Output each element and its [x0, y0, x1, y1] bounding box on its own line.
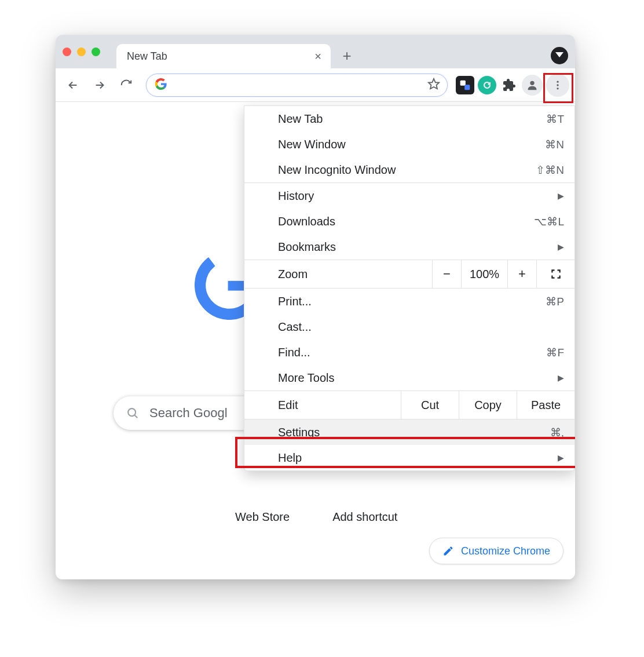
window-controls: [63, 48, 100, 56]
customize-chrome-button[interactable]: Customize Chrome: [429, 538, 564, 564]
svg-point-5: [557, 84, 558, 86]
arrow-left-icon: [67, 79, 79, 92]
window-close-button[interactable]: [63, 48, 71, 56]
menu-bookmarks[interactable]: Bookmarks ▶: [244, 234, 575, 260]
menu-print[interactable]: Print... ⌘P: [244, 289, 575, 314]
menu-item-label: Bookmarks: [278, 240, 336, 254]
menu-cast[interactable]: Cast...: [244, 314, 575, 340]
menu-shortcut: ⇧⌘N: [536, 163, 564, 177]
menu-new-window[interactable]: New Window ⌘N: [244, 132, 575, 157]
menu-item-label: New Window: [278, 138, 346, 151]
menu-item-label: Print...: [278, 295, 312, 308]
menu-incognito[interactable]: New Incognito Window ⇧⌘N: [244, 157, 575, 183]
svg-marker-0: [429, 78, 439, 88]
extensions-button[interactable]: [500, 76, 518, 94]
reload-icon: [120, 79, 133, 92]
shortcut-web-store[interactable]: Web Store: [235, 510, 290, 524]
reload-button[interactable]: [115, 74, 138, 97]
menu-shortcut: ⌘,: [550, 426, 564, 439]
chevron-right-icon: ▶: [558, 191, 564, 200]
google-g-icon: [155, 78, 167, 93]
menu-help[interactable]: Help ▶: [244, 445, 575, 470]
window-maximize-button[interactable]: [92, 48, 100, 56]
svg-point-4: [557, 81, 558, 82]
menu-shortcut: ⌘F: [546, 346, 564, 359]
edit-copy-button[interactable]: Copy: [459, 391, 517, 419]
chevron-right-icon: ▶: [558, 453, 564, 462]
grammarly-icon: [481, 79, 493, 91]
edit-label: Edit: [244, 391, 401, 419]
svg-rect-2: [464, 85, 470, 90]
fullscreen-icon: [550, 268, 562, 280]
extension-grammarly[interactable]: [478, 76, 496, 94]
search-tabs-button[interactable]: [551, 47, 568, 64]
tab-close-button[interactable]: ×: [313, 50, 323, 63]
menu-edit-row: Edit Cut Copy Paste: [244, 390, 575, 419]
search-icon: [126, 407, 139, 419]
svg-point-3: [530, 81, 534, 85]
new-tab-button[interactable]: +: [336, 45, 357, 66]
chevron-right-icon: ▶: [558, 242, 564, 251]
edit-cut-button[interactable]: Cut: [401, 391, 459, 419]
address-bar[interactable]: [146, 74, 448, 97]
menu-item-label: New Incognito Window: [278, 163, 396, 177]
chrome-menu: New Tab ⌘T New Window ⌘N New Incognito W…: [244, 105, 575, 471]
menu-shortcut: ⌥⌘L: [534, 215, 564, 228]
shortcuts-row: Web Store Add shortcut: [235, 510, 397, 524]
zoom-out-button[interactable]: −: [432, 260, 461, 288]
menu-new-tab[interactable]: New Tab ⌘T: [244, 106, 575, 132]
menu-zoom: Zoom − 100% +: [244, 260, 575, 289]
menu-more-tools[interactable]: More Tools ▶: [244, 365, 575, 390]
customize-label: Customize Chrome: [461, 545, 550, 557]
zoom-label: Zoom: [244, 268, 432, 281]
menu-history[interactable]: History ▶: [244, 183, 575, 209]
tab-title: New Tab: [127, 50, 167, 63]
zoom-in-button[interactable]: +: [507, 260, 536, 288]
extension-translate[interactable]: [456, 76, 474, 94]
browser-tab[interactable]: New Tab ×: [116, 44, 331, 68]
menu-shortcut: ⌘N: [545, 138, 564, 151]
menu-item-label: History: [278, 189, 314, 203]
puzzle-icon: [502, 78, 516, 92]
menu-shortcut: ⌘T: [546, 112, 564, 126]
translate-icon: [459, 79, 471, 91]
back-button[interactable]: [61, 74, 85, 97]
menu-settings[interactable]: Settings ⌘,: [244, 419, 575, 445]
menu-item-label: Settings: [278, 426, 320, 439]
chevron-right-icon: ▶: [558, 373, 564, 382]
zoom-value: 100%: [461, 260, 507, 288]
more-vert-icon: [552, 79, 564, 91]
svg-line-10: [135, 415, 138, 418]
menu-item-label: Downloads: [278, 215, 335, 228]
menu-item-label: New Tab: [278, 112, 323, 126]
arrow-right-icon: [93, 79, 106, 92]
shortcut-add[interactable]: Add shortcut: [332, 510, 397, 524]
tab-strip: New Tab × +: [56, 35, 575, 68]
search-placeholder: Search Googl: [149, 406, 228, 421]
edit-paste-button[interactable]: Paste: [517, 391, 575, 419]
svg-point-9: [128, 408, 136, 416]
star-icon: [427, 78, 440, 90]
svg-rect-1: [460, 80, 466, 85]
menu-shortcut: ⌘P: [546, 295, 564, 308]
address-input[interactable]: [174, 79, 427, 91]
more-menu-button[interactable]: [546, 74, 569, 97]
window-minimize-button[interactable]: [77, 48, 86, 56]
fullscreen-button[interactable]: [536, 260, 575, 288]
menu-item-label: Find...: [278, 346, 310, 359]
toolbar: [56, 68, 575, 102]
pencil-icon: [442, 545, 454, 557]
forward-button[interactable]: [88, 74, 111, 97]
menu-find[interactable]: Find... ⌘F: [244, 340, 575, 365]
profile-button[interactable]: [522, 75, 543, 96]
person-icon: [526, 79, 539, 92]
menu-item-label: Cast...: [278, 320, 312, 334]
bookmark-star-button[interactable]: [427, 78, 440, 93]
menu-downloads[interactable]: Downloads ⌥⌘L: [244, 209, 575, 234]
menu-item-label: More Tools: [278, 371, 334, 385]
menu-item-label: Help: [278, 451, 302, 465]
chrome-window: New Tab × +: [56, 35, 575, 579]
svg-point-6: [557, 87, 558, 89]
